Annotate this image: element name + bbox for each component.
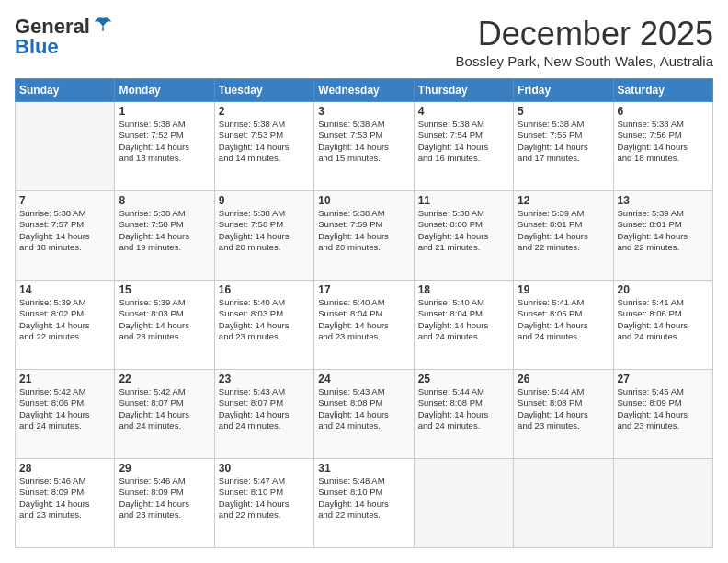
logo: General Blue — [15, 15, 113, 59]
day-info: Sunrise: 5:43 AM Sunset: 8:08 PM Dayligh… — [318, 386, 409, 431]
calendar-cell: 15Sunrise: 5:39 AM Sunset: 8:03 PM Dayli… — [115, 281, 214, 370]
calendar-header-row: SundayMondayTuesdayWednesdayThursdayFrid… — [16, 79, 713, 102]
calendar-cell: 27Sunrise: 5:45 AM Sunset: 8:09 PM Dayli… — [613, 370, 712, 459]
title-block: December 2025 Bossley Park, New South Wa… — [456, 15, 713, 69]
day-info: Sunrise: 5:47 AM Sunset: 8:10 PM Dayligh… — [219, 476, 310, 521]
day-number: 22 — [119, 373, 210, 385]
day-info: Sunrise: 5:39 AM Sunset: 8:01 PM Dayligh… — [618, 208, 709, 253]
calendar-cell: 12Sunrise: 5:39 AM Sunset: 8:01 PM Dayli… — [514, 191, 613, 281]
calendar-cell: 21Sunrise: 5:42 AM Sunset: 8:06 PM Dayli… — [16, 370, 115, 459]
location-title: Bossley Park, New South Wales, Australia — [456, 53, 713, 69]
day-number: 11 — [418, 194, 509, 207]
calendar-cell: 7Sunrise: 5:38 AM Sunset: 7:57 PM Daylig… — [16, 191, 115, 281]
day-number: 30 — [219, 462, 310, 475]
day-number: 23 — [219, 373, 310, 385]
calendar-cell: 2Sunrise: 5:38 AM Sunset: 7:53 PM Daylig… — [214, 102, 313, 191]
day-info: Sunrise: 5:46 AM Sunset: 8:09 PM Dayligh… — [19, 476, 110, 521]
day-number: 28 — [19, 462, 110, 475]
calendar-week-row: 7Sunrise: 5:38 AM Sunset: 7:57 PM Daylig… — [16, 191, 713, 281]
calendar-cell: 10Sunrise: 5:38 AM Sunset: 7:59 PM Dayli… — [314, 191, 414, 281]
calendar-cell: 28Sunrise: 5:46 AM Sunset: 8:09 PM Dayli… — [16, 459, 115, 548]
day-number: 29 — [119, 462, 210, 475]
calendar-cell: 14Sunrise: 5:39 AM Sunset: 8:02 PM Dayli… — [16, 281, 115, 370]
calendar-cell: 19Sunrise: 5:41 AM Sunset: 8:05 PM Dayli… — [514, 281, 613, 370]
calendar-cell: 5Sunrise: 5:38 AM Sunset: 7:55 PM Daylig… — [514, 102, 613, 191]
calendar-cell: 11Sunrise: 5:38 AM Sunset: 8:00 PM Dayli… — [414, 191, 513, 281]
day-info: Sunrise: 5:42 AM Sunset: 8:07 PM Dayligh… — [119, 386, 210, 431]
day-number: 27 — [618, 373, 709, 385]
day-number: 9 — [219, 194, 310, 207]
calendar-week-row: 28Sunrise: 5:46 AM Sunset: 8:09 PM Dayli… — [16, 459, 713, 548]
day-number: 6 — [618, 105, 709, 118]
calendar-cell — [16, 102, 115, 191]
day-info: Sunrise: 5:40 AM Sunset: 8:04 PM Dayligh… — [318, 297, 409, 342]
calendar-cell: 13Sunrise: 5:39 AM Sunset: 8:01 PM Dayli… — [613, 191, 712, 281]
day-info: Sunrise: 5:38 AM Sunset: 8:00 PM Dayligh… — [418, 208, 509, 253]
day-number: 17 — [318, 283, 409, 296]
day-number: 26 — [518, 373, 609, 385]
logo-bird-icon — [93, 15, 113, 39]
day-number: 20 — [618, 283, 709, 296]
calendar-cell: 16Sunrise: 5:40 AM Sunset: 8:03 PM Dayli… — [214, 281, 313, 370]
day-info: Sunrise: 5:38 AM Sunset: 7:57 PM Dayligh… — [19, 208, 110, 253]
calendar-cell: 17Sunrise: 5:40 AM Sunset: 8:04 PM Dayli… — [314, 281, 414, 370]
day-number: 25 — [418, 373, 509, 385]
day-number: 5 — [518, 105, 609, 118]
calendar-week-row: 21Sunrise: 5:42 AM Sunset: 8:06 PM Dayli… — [16, 370, 713, 459]
day-number: 2 — [219, 105, 310, 118]
calendar-cell: 6Sunrise: 5:38 AM Sunset: 7:56 PM Daylig… — [613, 102, 712, 191]
day-number: 21 — [19, 373, 110, 385]
day-info: Sunrise: 5:43 AM Sunset: 8:07 PM Dayligh… — [219, 386, 310, 431]
day-info: Sunrise: 5:41 AM Sunset: 8:06 PM Dayligh… — [618, 297, 709, 342]
calendar-cell: 9Sunrise: 5:38 AM Sunset: 7:58 PM Daylig… — [214, 191, 313, 281]
calendar-cell: 26Sunrise: 5:44 AM Sunset: 8:08 PM Dayli… — [514, 370, 613, 459]
calendar-cell: 3Sunrise: 5:38 AM Sunset: 7:53 PM Daylig… — [314, 102, 414, 191]
calendar-cell: 1Sunrise: 5:38 AM Sunset: 7:52 PM Daylig… — [115, 102, 214, 191]
day-number: 15 — [119, 283, 210, 296]
day-info: Sunrise: 5:39 AM Sunset: 8:02 PM Dayligh… — [19, 297, 110, 342]
day-number: 8 — [119, 194, 210, 207]
calendar-cell: 30Sunrise: 5:47 AM Sunset: 8:10 PM Dayli… — [214, 459, 313, 548]
calendar-table: SundayMondayTuesdayWednesdayThursdayFrid… — [15, 78, 713, 548]
day-info: Sunrise: 5:44 AM Sunset: 8:08 PM Dayligh… — [418, 386, 509, 431]
calendar-header-saturday: Saturday — [613, 79, 712, 102]
calendar-cell — [414, 459, 513, 548]
day-number: 14 — [19, 283, 110, 296]
calendar-header-sunday: Sunday — [16, 79, 115, 102]
calendar-cell: 24Sunrise: 5:43 AM Sunset: 8:08 PM Dayli… — [314, 370, 414, 459]
calendar-cell: 20Sunrise: 5:41 AM Sunset: 8:06 PM Dayli… — [613, 281, 712, 370]
day-number: 12 — [518, 194, 609, 207]
day-number: 10 — [318, 194, 409, 207]
calendar-cell: 22Sunrise: 5:42 AM Sunset: 8:07 PM Dayli… — [115, 370, 214, 459]
day-number: 13 — [618, 194, 709, 207]
day-info: Sunrise: 5:39 AM Sunset: 8:01 PM Dayligh… — [518, 208, 609, 253]
calendar-header-wednesday: Wednesday — [314, 79, 414, 102]
day-info: Sunrise: 5:42 AM Sunset: 8:06 PM Dayligh… — [19, 386, 110, 431]
day-info: Sunrise: 5:38 AM Sunset: 7:55 PM Dayligh… — [518, 119, 609, 164]
day-info: Sunrise: 5:46 AM Sunset: 8:09 PM Dayligh… — [119, 476, 210, 521]
header: General Blue December 2025 Bossley Park,… — [15, 15, 713, 69]
day-number: 1 — [119, 105, 210, 118]
logo-blue: Blue — [15, 35, 59, 59]
day-info: Sunrise: 5:38 AM Sunset: 7:53 PM Dayligh… — [219, 119, 310, 164]
calendar-header-friday: Friday — [514, 79, 613, 102]
day-info: Sunrise: 5:38 AM Sunset: 7:58 PM Dayligh… — [119, 208, 210, 253]
calendar-cell: 23Sunrise: 5:43 AM Sunset: 8:07 PM Dayli… — [214, 370, 313, 459]
day-info: Sunrise: 5:41 AM Sunset: 8:05 PM Dayligh… — [518, 297, 609, 342]
day-number: 7 — [19, 194, 110, 207]
day-number: 16 — [219, 283, 310, 296]
day-info: Sunrise: 5:38 AM Sunset: 7:52 PM Dayligh… — [119, 119, 210, 164]
day-info: Sunrise: 5:45 AM Sunset: 8:09 PM Dayligh… — [618, 386, 709, 431]
calendar-week-row: 1Sunrise: 5:38 AM Sunset: 7:52 PM Daylig… — [16, 102, 713, 191]
day-info: Sunrise: 5:44 AM Sunset: 8:08 PM Dayligh… — [518, 386, 609, 431]
day-number: 18 — [418, 283, 509, 296]
day-info: Sunrise: 5:38 AM Sunset: 7:54 PM Dayligh… — [418, 119, 509, 164]
day-number: 31 — [318, 462, 409, 475]
calendar-cell — [613, 459, 712, 548]
day-info: Sunrise: 5:48 AM Sunset: 8:10 PM Dayligh… — [318, 476, 409, 521]
calendar-cell: 4Sunrise: 5:38 AM Sunset: 7:54 PM Daylig… — [414, 102, 513, 191]
calendar-cell: 29Sunrise: 5:46 AM Sunset: 8:09 PM Dayli… — [115, 459, 214, 548]
day-number: 3 — [318, 105, 409, 118]
calendar-cell — [514, 459, 613, 548]
month-title: December 2025 — [456, 15, 713, 53]
